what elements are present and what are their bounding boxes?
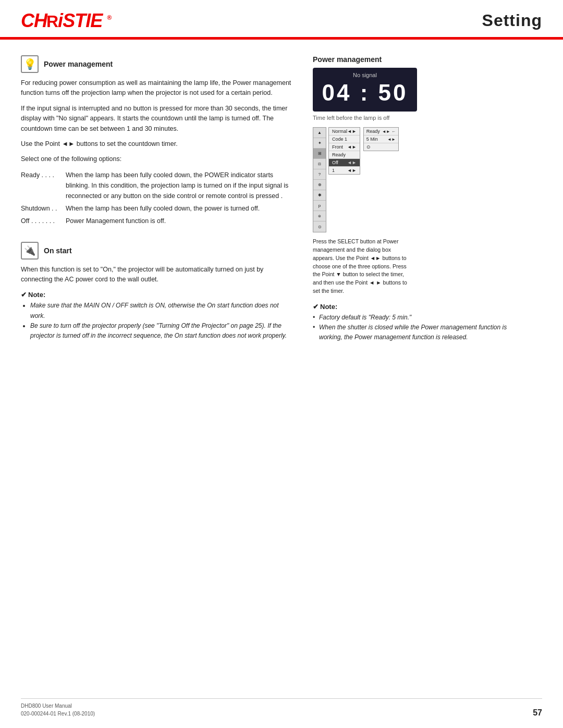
pm-time: 04 : 50: [318, 80, 412, 105]
pm-note-item-2: When the shutter is closed while the Pow…: [313, 323, 511, 342]
menu-label-code1: Code 1: [332, 137, 347, 142]
on-start-section: 🔌 On start When this function is set to …: [21, 242, 292, 341]
on-start-note-list: Make sure that the MAIN ON / OFF switch …: [21, 301, 292, 341]
menu-sec-label-ready: Ready: [366, 129, 380, 134]
on-start-icon: 🔌: [21, 242, 39, 260]
menu-row-ready: Ready: [329, 151, 360, 159]
footer-left: DHD800 User Manual 020-000244-01 Rev.1 (…: [21, 702, 95, 718]
pm-note-title: Note:: [313, 303, 511, 311]
pm-no-signal: No signal: [318, 72, 412, 78]
footer-manual: DHD800 User Manual: [21, 702, 95, 710]
option-shutdown-label: Shutdown . .: [21, 203, 62, 214]
menu-arrow-off: ◄►: [347, 160, 357, 165]
menu-label-normal: Normal: [332, 129, 347, 134]
sidebar-icon-2: ✦: [313, 138, 326, 149]
logo-text: CHRiSTIE ®: [21, 9, 111, 32]
pm-instruction: Press the SELECT button at Power managem…: [313, 238, 412, 295]
right-column: Power management No signal 04 : 50 Time …: [313, 55, 511, 342]
option-ready-desc: When the lamp has been fully cooled down…: [66, 170, 292, 201]
on-start-note-title: Note:: [21, 291, 292, 299]
menu-row-front: Front ◄►: [329, 143, 360, 151]
menu-sec-arrows-ready: ◄► ←: [382, 129, 396, 134]
page-title: Setting: [482, 11, 542, 30]
menu-arrow-1: ◄►: [347, 168, 357, 173]
power-management-icon: 💡: [21, 55, 39, 73]
pm-note-right: Note: Factory default is "Ready: 5 min."…: [313, 303, 511, 343]
option-off-label: Off . . . . . . .: [21, 216, 62, 226]
footer-page-number: 57: [533, 708, 542, 718]
on-start-note: Note: Make sure that the MAIN ON / OFF s…: [21, 291, 292, 341]
sidebar-icon-5: ?: [313, 169, 326, 180]
option-shutdown: Shutdown . . When the lamp has been full…: [21, 203, 292, 214]
menu-label-1: 1: [332, 168, 335, 173]
menu-secondary-panel: Ready ◄► ← 5 Min ◄► ⊙: [363, 127, 399, 151]
left-column: 💡 Power management For reducing power co…: [21, 55, 292, 342]
on-start-note-item-2: Be sure to turn off the projector proper…: [30, 321, 292, 341]
option-off: Off . . . . . . . Power Management funct…: [21, 216, 292, 226]
power-management-options: Ready . . . . When the lamp has been ful…: [21, 170, 292, 226]
menu-row-normal: Normal ◄►: [329, 128, 360, 135]
menu-row-1: 1 ◄►: [329, 167, 360, 174]
on-start-header: 🔌 On start: [21, 242, 292, 260]
power-management-body2: If the input signal is interrupted and n…: [21, 104, 292, 134]
pm-menu-screenshot: ▲ ✦ ⊞ ⊟ ? ⊕ ✱ p ⊛ ⊙ Normal ◄► Code 1: [313, 127, 511, 232]
option-off-desc: Power Management function is off.: [66, 216, 292, 226]
option-shutdown-desc: When the lamp has been fully cooled down…: [66, 203, 292, 214]
power-management-body4: Select one of the following options:: [21, 154, 292, 164]
sidebar-icon-4: ⊟: [313, 159, 326, 169]
menu-sec-row-icon: ⊙: [364, 143, 398, 151]
power-management-body3: Use the Point ◄► buttons to set the coun…: [21, 139, 292, 149]
sidebar-icon-6: ⊕: [313, 180, 326, 190]
pm-note-list: Factory default is "Ready: 5 min." When …: [313, 313, 511, 343]
pm-display: No signal 04 : 50: [313, 68, 417, 112]
menu-row-code1: Code 1: [329, 135, 360, 143]
sidebar-icon-9: ⊛: [313, 211, 326, 221]
page-header: CHRiSTIE ® Setting: [0, 0, 563, 38]
menu-label-front: Front: [332, 144, 343, 150]
logo: CHRiSTIE ®: [21, 9, 111, 32]
option-ready-label: Ready . . . .: [21, 170, 62, 201]
sidebar-icon-8: p: [313, 201, 326, 211]
menu-sec-label-min: 5 Min: [366, 137, 378, 142]
menu-sidebar: ▲ ✦ ⊞ ⊟ ? ⊕ ✱ p ⊛ ⊙: [313, 127, 326, 232]
menu-arrow-front: ◄►: [347, 144, 357, 150]
on-start-note-item-1: Make sure that the MAIN ON / OFF switch …: [30, 301, 292, 320]
pm-right-title: Power management: [313, 55, 511, 64]
on-start-title: On start: [44, 246, 72, 255]
menu-sec-row-ready: Ready ◄► ←: [364, 128, 398, 135]
menu-row-off: Off ◄►: [329, 159, 360, 167]
menu-sec-icon: ⊙: [366, 144, 371, 150]
menu-arrow-normal: ◄►: [347, 129, 357, 134]
sidebar-icon-1: ▲: [313, 128, 326, 138]
menu-label-ready: Ready: [332, 152, 346, 157]
footer-part-number: 020-000244-01 Rev.1 (08-2010): [21, 710, 95, 718]
menu-sec-arrows-min: ◄►: [387, 137, 396, 142]
pm-time-label: Time left before the lamp is off: [313, 115, 511, 121]
menu-main-panel: Normal ◄► Code 1 Front ◄► Ready Off: [328, 127, 360, 175]
sidebar-icon-10: ⊙: [313, 221, 326, 232]
pm-note-item-1: Factory default is "Ready: 5 min.": [313, 313, 511, 323]
page-footer: DHD800 User Manual 020-000244-01 Rev.1 (…: [21, 698, 542, 718]
power-management-body1: For reducing power consumption as well a…: [21, 78, 292, 98]
menu-label-off: Off: [332, 160, 338, 165]
power-management-title: Power management: [44, 60, 113, 68]
option-ready: Ready . . . . When the lamp has been ful…: [21, 170, 292, 201]
menu-sec-row-min: 5 Min ◄►: [364, 135, 398, 143]
sidebar-icon-3: ⊞: [313, 149, 326, 159]
on-start-body: When this function is set to "On," the p…: [21, 265, 292, 285]
main-content: 💡 Power management For reducing power co…: [0, 40, 563, 358]
power-management-header: 💡 Power management: [21, 55, 292, 73]
sidebar-icon-7: ✱: [313, 190, 326, 201]
